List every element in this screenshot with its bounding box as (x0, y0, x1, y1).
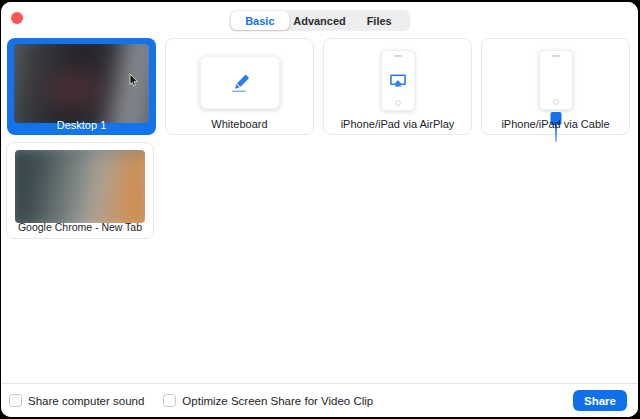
airplay-glyph-icon (389, 74, 407, 88)
share-button[interactable]: Share (573, 390, 627, 411)
optimize-video-clip-option: Optimize Screen Share for Video Clip (163, 394, 373, 407)
share-tile-iphone-cable[interactable]: iPhone/iPad via Cable (481, 38, 630, 135)
share-option-label: iPhone/iPad via AirPlay (324, 118, 471, 130)
share-option-label: Whiteboard (166, 118, 313, 130)
share-tile-whiteboard[interactable]: Whiteboard (165, 38, 314, 135)
pencil-icon (227, 70, 253, 96)
close-window-button[interactable] (11, 12, 23, 24)
share-option-label: iPhone/iPad via Cable (482, 118, 629, 130)
share-option-label: Google Chrome - New Tab (7, 221, 153, 233)
whiteboard-preview-card (200, 56, 280, 109)
share-computer-sound-option: Share computer sound (9, 394, 144, 407)
tab-files[interactable]: Files (349, 11, 409, 30)
mouse-cursor-icon (129, 74, 139, 87)
share-tile-google-chrome[interactable]: Google Chrome - New Tab (6, 142, 154, 239)
optimize-video-clip-checkbox[interactable] (163, 394, 176, 407)
chrome-window-thumbnail (15, 150, 145, 223)
tab-advanced[interactable]: Advanced (290, 11, 350, 30)
phone-home-button (553, 99, 559, 105)
iphone-cable-icon (539, 50, 573, 110)
share-mode-tabs: Basic Advanced Files (229, 10, 410, 31)
titlebar: Basic Advanced Files (1, 2, 638, 34)
phone-home-button (395, 100, 401, 106)
share-tile-desktop-1[interactable]: Desktop 1 (7, 38, 156, 135)
optimize-video-clip-label: Optimize Screen Share for Video Clip (182, 395, 373, 407)
share-computer-sound-checkbox[interactable] (9, 394, 22, 407)
iphone-airplay-icon (381, 50, 415, 111)
footer-bar: Share computer sound Optimize Screen Sha… (1, 383, 638, 417)
phone-speaker (552, 55, 560, 57)
share-tile-iphone-airplay[interactable]: iPhone/iPad via AirPlay (323, 38, 472, 135)
share-option-label: Desktop 1 (7, 119, 156, 131)
share-computer-sound-label: Share computer sound (28, 395, 144, 407)
screen-share-picker-window: Basic Advanced Files Desktop 1 (1, 2, 638, 417)
blurred-window-preview (15, 150, 145, 223)
phone-speaker (394, 55, 402, 57)
tab-basic[interactable]: Basic (230, 11, 290, 30)
